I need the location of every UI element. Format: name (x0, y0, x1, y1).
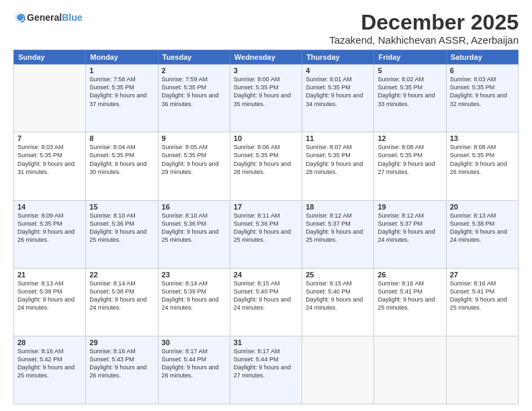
header-monday: Monday (86, 50, 158, 64)
day-number: 8 (89, 134, 154, 142)
day-detail: Sunrise: 8:03 AM Sunset: 5:35 PM Dayligh… (17, 143, 82, 176)
day-number: 29 (89, 338, 154, 347)
day-detail: Sunrise: 8:13 AM Sunset: 5:38 PM Dayligh… (450, 212, 515, 244)
day-detail: Sunrise: 8:17 AM Sunset: 5:44 PM Dayligh… (234, 347, 298, 380)
day-number: 1 (89, 66, 154, 75)
day-detail: Sunrise: 8:11 AM Sunset: 5:36 PM Dayligh… (234, 212, 298, 244)
calendar-cell (302, 336, 374, 404)
calendar-cell: 10Sunrise: 8:06 AM Sunset: 5:35 PM Dayli… (230, 132, 302, 200)
calendar-week-0: 1Sunrise: 7:58 AM Sunset: 5:35 PM Daylig… (14, 64, 519, 132)
calendar-cell: 16Sunrise: 8:10 AM Sunset: 5:36 PM Dayli… (158, 200, 230, 268)
day-number: 27 (450, 271, 515, 279)
calendar-cell: 19Sunrise: 8:12 AM Sunset: 5:37 PM Dayli… (374, 200, 446, 268)
day-detail: Sunrise: 8:10 AM Sunset: 5:36 PM Dayligh… (162, 212, 226, 244)
day-detail: Sunrise: 8:12 AM Sunset: 5:37 PM Dayligh… (306, 212, 370, 244)
day-number: 25 (306, 271, 370, 279)
day-detail: Sunrise: 8:16 AM Sunset: 5:42 PM Dayligh… (17, 347, 82, 380)
day-number: 22 (89, 271, 154, 279)
day-number: 11 (306, 134, 370, 142)
day-detail: Sunrise: 8:15 AM Sunset: 5:40 PM Dayligh… (306, 279, 370, 312)
calendar-cell: 6Sunrise: 8:03 AM Sunset: 5:35 PM Daylig… (446, 64, 518, 132)
header-wednesday: Wednesday (230, 50, 302, 64)
calendar-cell: 18Sunrise: 8:12 AM Sunset: 5:37 PM Dayli… (302, 200, 374, 268)
day-number: 31 (234, 338, 298, 347)
main-title: December 2025 (329, 11, 519, 34)
day-detail: Sunrise: 8:01 AM Sunset: 5:35 PM Dayligh… (306, 75, 370, 108)
day-number: 16 (162, 203, 226, 211)
day-detail: Sunrise: 8:14 AM Sunset: 5:39 PM Dayligh… (162, 279, 226, 312)
calendar-page: GeneralBlue December 2025 Tazakend, Nakh… (0, 0, 532, 411)
day-detail: Sunrise: 8:13 AM Sunset: 5:38 PM Dayligh… (17, 279, 82, 312)
day-number: 13 (450, 134, 515, 142)
calendar-cell: 17Sunrise: 8:11 AM Sunset: 5:36 PM Dayli… (230, 200, 302, 268)
day-number: 5 (378, 66, 442, 75)
day-number: 15 (89, 203, 154, 211)
calendar-cell: 28Sunrise: 8:16 AM Sunset: 5:42 PM Dayli… (14, 336, 86, 404)
calendar-cell: 29Sunrise: 8:16 AM Sunset: 5:43 PM Dayli… (86, 336, 158, 404)
day-detail: Sunrise: 8:08 AM Sunset: 5:35 PM Dayligh… (378, 143, 442, 176)
day-number: 4 (306, 66, 370, 75)
calendar-cell: 4Sunrise: 8:01 AM Sunset: 5:35 PM Daylig… (302, 64, 374, 132)
calendar-cell: 24Sunrise: 8:15 AM Sunset: 5:40 PM Dayli… (230, 268, 302, 336)
day-detail: Sunrise: 8:08 AM Sunset: 5:35 PM Dayligh… (450, 143, 515, 176)
day-number: 17 (234, 203, 298, 211)
calendar-cell: 23Sunrise: 8:14 AM Sunset: 5:39 PM Dayli… (158, 268, 230, 336)
day-detail: Sunrise: 8:15 AM Sunset: 5:40 PM Dayligh… (234, 279, 298, 312)
calendar-cell: 5Sunrise: 8:02 AM Sunset: 5:35 PM Daylig… (374, 64, 446, 132)
calendar-cell: 22Sunrise: 8:14 AM Sunset: 5:38 PM Dayli… (86, 268, 158, 336)
day-detail: Sunrise: 8:16 AM Sunset: 5:41 PM Dayligh… (450, 279, 515, 312)
calendar-week-3: 21Sunrise: 8:13 AM Sunset: 5:38 PM Dayli… (14, 268, 519, 336)
calendar-cell: 14Sunrise: 8:09 AM Sunset: 5:35 PM Dayli… (14, 200, 86, 268)
calendar-cell: 2Sunrise: 7:59 AM Sunset: 5:35 PM Daylig… (158, 64, 230, 132)
logo: GeneralBlue (13, 11, 82, 24)
day-number: 18 (306, 203, 370, 211)
day-number: 23 (162, 271, 226, 279)
day-detail: Sunrise: 8:16 AM Sunset: 5:43 PM Dayligh… (89, 347, 154, 380)
calendar-week-4: 28Sunrise: 8:16 AM Sunset: 5:42 PM Dayli… (14, 336, 519, 404)
calendar-cell: 27Sunrise: 8:16 AM Sunset: 5:41 PM Dayli… (446, 268, 518, 336)
calendar-cell: 30Sunrise: 8:17 AM Sunset: 5:44 PM Dayli… (158, 336, 230, 404)
day-number: 9 (162, 134, 226, 142)
header: GeneralBlue December 2025 Tazakend, Nakh… (13, 11, 519, 46)
day-number: 21 (17, 271, 82, 279)
calendar-cell: 8Sunrise: 8:04 AM Sunset: 5:35 PM Daylig… (86, 132, 158, 200)
calendar-cell: 3Sunrise: 8:00 AM Sunset: 5:35 PM Daylig… (230, 64, 302, 132)
day-detail: Sunrise: 8:00 AM Sunset: 5:35 PM Dayligh… (234, 75, 298, 108)
calendar-header: Sunday Monday Tuesday Wednesday Thursday… (14, 50, 519, 64)
calendar-cell: 21Sunrise: 8:13 AM Sunset: 5:38 PM Dayli… (14, 268, 86, 336)
day-detail: Sunrise: 7:58 AM Sunset: 5:35 PM Dayligh… (89, 75, 154, 108)
calendar-cell: 11Sunrise: 8:07 AM Sunset: 5:35 PM Dayli… (302, 132, 374, 200)
calendar-cell: 31Sunrise: 8:17 AM Sunset: 5:44 PM Dayli… (230, 336, 302, 404)
day-number: 3 (234, 66, 298, 75)
logo-blue: Blue (62, 12, 82, 23)
day-detail: Sunrise: 8:09 AM Sunset: 5:35 PM Dayligh… (17, 212, 82, 244)
header-friday: Friday (374, 50, 446, 64)
title-section: December 2025 Tazakend, Nakhichevan ASSR… (329, 11, 519, 46)
day-number: 2 (162, 66, 226, 75)
calendar-cell: 20Sunrise: 8:13 AM Sunset: 5:38 PM Dayli… (446, 200, 518, 268)
day-detail: Sunrise: 8:17 AM Sunset: 5:44 PM Dayligh… (162, 347, 226, 380)
day-number: 7 (17, 134, 82, 142)
day-number: 30 (162, 338, 226, 347)
day-detail: Sunrise: 8:10 AM Sunset: 5:36 PM Dayligh… (89, 212, 154, 244)
day-detail: Sunrise: 8:04 AM Sunset: 5:35 PM Dayligh… (89, 143, 154, 176)
calendar-cell: 1Sunrise: 7:58 AM Sunset: 5:35 PM Daylig… (86, 64, 158, 132)
header-tuesday: Tuesday (158, 50, 230, 64)
calendar-body: 1Sunrise: 7:58 AM Sunset: 5:35 PM Daylig… (14, 64, 519, 404)
day-detail: Sunrise: 8:05 AM Sunset: 5:35 PM Dayligh… (162, 143, 226, 176)
day-number: 14 (17, 203, 82, 211)
day-detail: Sunrise: 7:59 AM Sunset: 5:35 PM Dayligh… (162, 75, 226, 108)
logo-icon (13, 11, 27, 24)
calendar-cell: 26Sunrise: 8:16 AM Sunset: 5:41 PM Dayli… (374, 268, 446, 336)
logo-general: General (27, 12, 62, 23)
day-number: 24 (234, 271, 298, 279)
day-detail: Sunrise: 8:14 AM Sunset: 5:38 PM Dayligh… (89, 279, 154, 312)
calendar-cell (14, 64, 86, 132)
day-detail: Sunrise: 8:07 AM Sunset: 5:35 PM Dayligh… (306, 143, 370, 176)
calendar-cell: 7Sunrise: 8:03 AM Sunset: 5:35 PM Daylig… (14, 132, 86, 200)
header-sunday: Sunday (14, 50, 86, 64)
calendar-cell: 25Sunrise: 8:15 AM Sunset: 5:40 PM Dayli… (302, 268, 374, 336)
calendar-cell: 9Sunrise: 8:05 AM Sunset: 5:35 PM Daylig… (158, 132, 230, 200)
day-number: 28 (17, 338, 82, 347)
calendar-cell: 15Sunrise: 8:10 AM Sunset: 5:36 PM Dayli… (86, 200, 158, 268)
